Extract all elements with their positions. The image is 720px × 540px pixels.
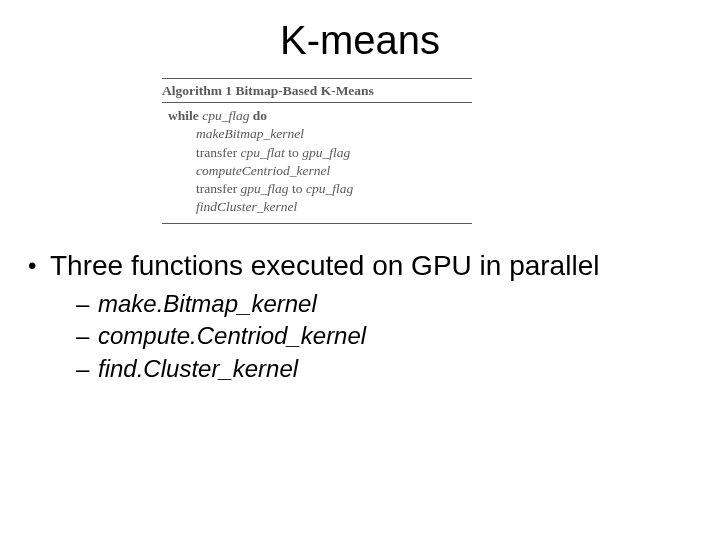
slide-title: K-means bbox=[0, 18, 720, 63]
sub-bullet-2: compute.Centriod_kernel bbox=[76, 320, 698, 352]
while-cond: cpu_flag bbox=[202, 108, 249, 123]
algo-line-3: computeCentriod_kernel bbox=[168, 162, 472, 180]
bullet-list: Three functions executed on GPU in paral… bbox=[22, 250, 698, 385]
algorithm-body: while cpu_flag do makeBitmap_kernel tran… bbox=[162, 106, 472, 218]
algo-line-2a: transfer bbox=[196, 145, 241, 160]
slide: K-means Algorithm 1 Bitmap-Based K-Means… bbox=[0, 0, 720, 540]
algorithm-desc: Bitmap-Based K-Means bbox=[236, 83, 374, 98]
while-keyword: while bbox=[168, 108, 199, 123]
algo-line-4c: to bbox=[289, 181, 306, 196]
algo-line-4: transfer gpu_flag to cpu_flag bbox=[168, 180, 472, 198]
algo-line-1: makeBitmap_kernel bbox=[168, 125, 472, 143]
bullet-main: Three functions executed on GPU in paral… bbox=[22, 250, 698, 282]
rule-mid bbox=[162, 102, 472, 103]
rule-bottom bbox=[162, 223, 472, 224]
algo-line-4d: cpu_flag bbox=[306, 181, 353, 196]
algo-line-2c: to bbox=[285, 145, 302, 160]
algorithm-header: Algorithm 1 Bitmap-Based K-Means bbox=[162, 81, 472, 101]
sub-bullet-3: find.Cluster_kernel bbox=[76, 353, 698, 385]
sub-bullet-group: make.Bitmap_kernel compute.Centriod_kern… bbox=[22, 288, 698, 385]
rule-top bbox=[162, 78, 472, 79]
algorithm-block: Algorithm 1 Bitmap-Based K-Means while c… bbox=[162, 78, 472, 224]
do-keyword: do bbox=[253, 108, 267, 123]
algo-line-4b: gpu_flag bbox=[241, 181, 289, 196]
algo-line-2b: cpu_flat bbox=[241, 145, 285, 160]
algo-while-line: while cpu_flag do bbox=[168, 107, 472, 125]
algo-line-2d: gpu_flag bbox=[302, 145, 350, 160]
algo-line-5: findCluster_kernel bbox=[168, 198, 472, 216]
algorithm-label: Algorithm 1 bbox=[162, 83, 232, 98]
algo-line-4a: transfer bbox=[196, 181, 241, 196]
sub-bullet-1: make.Bitmap_kernel bbox=[76, 288, 698, 320]
algo-line-2: transfer cpu_flat to gpu_flag bbox=[168, 144, 472, 162]
